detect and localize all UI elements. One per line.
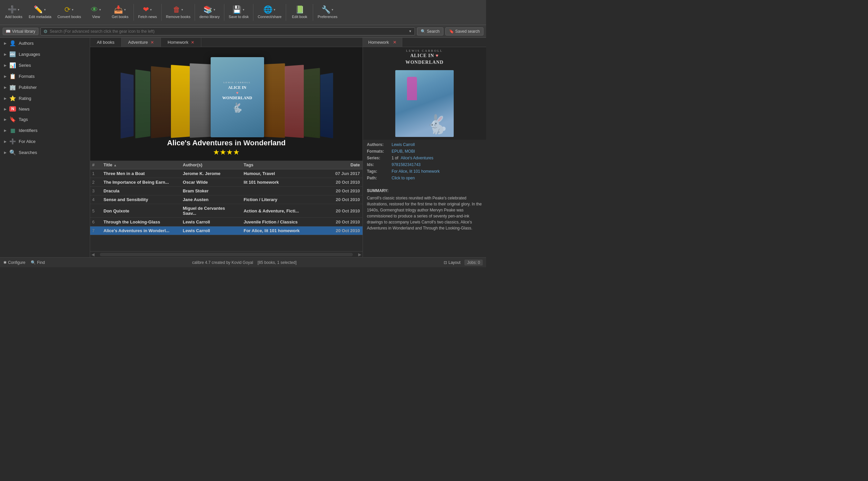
sidebar-item-searches[interactable]: ▶ 🔍 Searches: [0, 147, 90, 158]
tab-all-books[interactable]: All books: [90, 38, 122, 47]
sidebar-item-tags[interactable]: ▶ 🔖 Tags: [0, 114, 90, 125]
sidebar-item-publisher[interactable]: ▶ 🏢 Publisher: [0, 82, 90, 93]
connect-share-button[interactable]: 🌐 ▼ Connect/share: [255, 5, 284, 20]
configure-button[interactable]: ✱ Configure: [3, 260, 25, 265]
detail-ids-label: Ids:: [367, 162, 390, 167]
status-left: ✱ Configure 🔍 Find: [3, 260, 45, 265]
sidebar-item-news[interactable]: ▶ N News: [0, 104, 90, 114]
connect-share-arrow[interactable]: ▼: [273, 8, 276, 11]
fetch-news-arrow[interactable]: ▼: [150, 8, 152, 11]
book-cover-5: [190, 63, 211, 138]
convert-books-button[interactable]: ⟳ ▼ Convert books: [55, 5, 84, 20]
tab-homework-close[interactable]: ✕: [191, 40, 194, 45]
row-num: 2: [90, 178, 101, 186]
col-author-header[interactable]: Author(s): [180, 161, 241, 169]
col-tags-header[interactable]: Tags: [241, 161, 320, 169]
find-button[interactable]: 🔍 Find: [31, 260, 45, 265]
tab-adventure-label: Adventure: [128, 40, 148, 45]
fetch-news-button[interactable]: ❤ ▼ Fetch news: [135, 5, 160, 20]
detail-tag-for-alice[interactable]: For Alice: [392, 169, 407, 174]
detail-series-label: Series:: [367, 156, 390, 160]
tab-adventure-close[interactable]: ✕: [151, 40, 154, 45]
sidebar-item-identifiers[interactable]: ▶ ▦ Identifiers: [0, 125, 90, 136]
sidebar-item-authors[interactable]: ▶ 👤 Authors: [0, 38, 90, 49]
layout-button[interactable]: ⊡ Layout: [444, 260, 460, 265]
table-row[interactable]: 7 Alice's Adventures in Wonderl... Lewis…: [90, 227, 363, 235]
save-to-disk-button[interactable]: 💾 ▼ Save to disk: [226, 5, 251, 20]
view-arrow[interactable]: ▼: [99, 8, 101, 11]
demo-library-arrow[interactable]: ▼: [213, 8, 216, 11]
row-date: 20 Oct 2010: [320, 207, 363, 215]
detail-cover-image[interactable]: 🐇: [395, 70, 454, 137]
edit-metadata-button[interactable]: ✏️ ▼ Edit metadata: [26, 5, 54, 20]
add-books-arrow[interactable]: ▼: [18, 8, 20, 11]
save-to-disk-arrow[interactable]: ▼: [242, 8, 245, 11]
sidebar: ▶ 👤 Authors ▶ 🔤 Languages ▶ 📊 Series ▶ 📋…: [0, 38, 90, 257]
detail-tab-close[interactable]: ✕: [393, 40, 397, 45]
for-alice-label: For Alice: [19, 139, 86, 144]
view-button[interactable]: 👁 ▼ View: [85, 5, 108, 20]
detail-book-subtitle: ALICE IN ♥WONDERLAND: [365, 53, 484, 65]
jobs-label: Jobs: 0: [467, 260, 480, 265]
sidebar-item-formats[interactable]: ▶ 📋 Formats: [0, 71, 90, 82]
book-covers-area: LEWIS CARROLL ALICE IN♥WONDERLAND 🐇 Alic…: [90, 47, 363, 161]
remove-books-arrow[interactable]: ▼: [181, 8, 184, 11]
demo-library-button[interactable]: 📚 ▼ demo library: [197, 5, 222, 20]
identifiers-label: Identifiers: [19, 128, 86, 133]
search-dropdown-icon[interactable]: ▼: [409, 29, 412, 33]
formats-icon: 📋: [9, 73, 16, 80]
add-books-button[interactable]: ➕ ▼ Add books: [2, 5, 25, 20]
detail-tab-homework[interactable]: Homework ✕: [363, 38, 402, 47]
get-books-arrow[interactable]: ▼: [124, 8, 126, 11]
detail-mobi-link[interactable]: MOBI: [405, 149, 415, 154]
search-input[interactable]: [50, 29, 407, 34]
sidebar-item-languages[interactable]: ▶ 🔤 Languages: [0, 49, 90, 60]
table-row[interactable]: 6 Through the Looking-Glass Lewis Carrol…: [90, 218, 363, 227]
detail-tag-homework[interactable]: lit 101 homework: [409, 169, 440, 174]
sidebar-item-series[interactable]: ▶ 📊 Series: [0, 60, 90, 71]
connect-share-label: Connect/share: [258, 15, 282, 19]
languages-label: Languages: [19, 52, 86, 57]
languages-expand-arrow: ▶: [4, 53, 7, 56]
horizontal-scrollbar[interactable]: ◀ ▶: [90, 251, 363, 257]
tab-homework[interactable]: Homework ✕: [161, 38, 201, 47]
get-books-button[interactable]: 📥 ▼ Get books: [108, 5, 132, 20]
scroll-right-btn[interactable]: ▶: [358, 252, 361, 257]
row-num: 1: [90, 169, 101, 178]
row-date: 20 Oct 2010: [320, 218, 363, 226]
row-tags: For Alice, lit 101 homework: [241, 227, 320, 235]
table-row[interactable]: 1 Three Men in a Boat Jerome K. Jerome H…: [90, 169, 363, 178]
preferences-button[interactable]: 🔧 ▼ Preferences: [315, 5, 340, 20]
convert-books-arrow[interactable]: ▼: [71, 8, 74, 11]
virtual-library-button[interactable]: 📖 Virtual library: [3, 28, 38, 35]
detail-path-value[interactable]: Click to open: [392, 176, 415, 180]
table-row[interactable]: 3 Dracula Bram Stoker 20 Oct 2010: [90, 187, 363, 196]
tab-adventure[interactable]: Adventure ✕: [122, 38, 161, 47]
preferences-arrow[interactable]: ▼: [331, 8, 334, 11]
edit-book-button[interactable]: 📗 Edit book: [288, 5, 311, 20]
scroll-left-btn[interactable]: ◀: [91, 252, 94, 257]
detail-series-name[interactable]: Alice's Adventures: [401, 156, 433, 160]
table-row[interactable]: 5 Don Quixote Miguel de Cervantes Saav..…: [90, 204, 363, 218]
preferences-icon: 🔧: [321, 6, 331, 13]
col-date-header[interactable]: Date: [320, 161, 363, 169]
col-title-header[interactable]: Title ▲: [101, 161, 180, 169]
main-book-cover[interactable]: LEWIS CARROLL ALICE IN♥WONDERLAND 🐇: [211, 57, 264, 137]
remove-books-button[interactable]: 🗑 ▼ Remove books: [163, 5, 193, 20]
scroll-track[interactable]: [100, 253, 353, 256]
edit-metadata-arrow[interactable]: ▼: [43, 8, 46, 11]
row-title: Through the Looking-Glass: [101, 218, 180, 226]
detail-epub-link[interactable]: EPUB: [392, 149, 403, 154]
toolbar-separator-6: [286, 4, 286, 21]
search-button[interactable]: 🔍 Search: [417, 27, 443, 35]
saved-search-button[interactable]: 🔖 Saved search: [445, 27, 484, 35]
search-gear-icon[interactable]: ⚙: [43, 29, 48, 34]
sidebar-item-for-alice[interactable]: ▶ ➕ For Alice: [0, 136, 90, 147]
add-books-label: Add books: [5, 15, 22, 19]
authors-icon: 👤: [9, 40, 16, 47]
detail-authors-value[interactable]: Lewis Carroll: [392, 142, 415, 147]
table-row[interactable]: 2 The Importance of Being Earn... Oscar …: [90, 178, 363, 187]
table-row[interactable]: 4 Sense and Sensibility Jane Austen Fict…: [90, 196, 363, 204]
sidebar-item-rating[interactable]: ▶ ⭐ Rating: [0, 93, 90, 104]
detail-ids-value[interactable]: 9781582341743: [392, 162, 421, 167]
